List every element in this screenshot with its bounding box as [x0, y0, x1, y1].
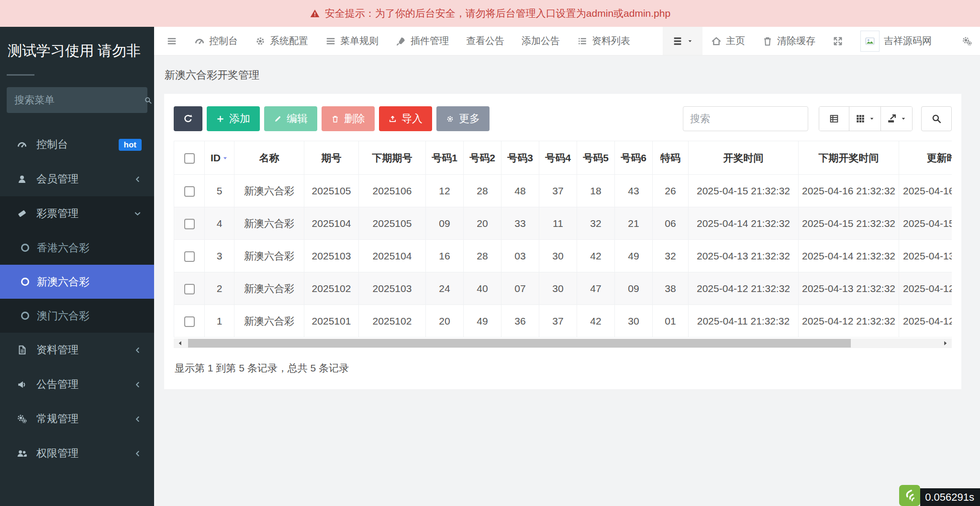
- sidebar-toggle-button[interactable]: [158, 27, 186, 55]
- cell-n6: 43: [615, 175, 653, 207]
- topnav-tab-menu-rule[interactable]: 菜单规则: [317, 27, 387, 55]
- sidebar-subitem-hk-lottery[interactable]: 香港六合彩: [0, 231, 154, 265]
- sidebar-item-material[interactable]: 资料管理: [0, 333, 154, 367]
- gears-icon: [962, 36, 972, 46]
- sidebar-item-lottery[interactable]: 彩票管理: [0, 196, 154, 231]
- row-checkbox[interactable]: [184, 251, 195, 262]
- table-row[interactable]: 1 新澳六合彩 2025101 2025102 20 49 36 37 42 3…: [174, 305, 952, 337]
- topnav-tab-material-list[interactable]: 资料列表: [568, 27, 639, 55]
- row-checkbox[interactable]: [184, 316, 195, 327]
- pencil-icon: [274, 115, 282, 123]
- main-area: 控制台 系统配置 菜单规则 插件管理 查看公告 添加公告 资料列: [154, 27, 980, 506]
- edit-button[interactable]: 编辑: [264, 106, 317, 131]
- refresh-button[interactable]: [174, 106, 202, 131]
- sidebar-search[interactable]: [7, 87, 147, 113]
- table-row[interactable]: 5 新澳六合彩 2025105 2025106 12 28 48 37 18 4…: [174, 175, 952, 207]
- row-checkbox[interactable]: [184, 219, 195, 229]
- column-header-n2[interactable]: 号码2: [464, 141, 501, 175]
- delete-button[interactable]: 删除: [322, 106, 375, 131]
- cell-next-issue: 2025102: [359, 305, 426, 337]
- cell-issue: 2025101: [304, 305, 359, 337]
- column-header-next-issue[interactable]: 下期期号: [359, 141, 426, 175]
- detail-view-button[interactable]: [819, 107, 849, 131]
- column-header-n6[interactable]: 号码6: [615, 141, 653, 175]
- select-all-checkbox[interactable]: [184, 153, 195, 164]
- cell-draw-time: 2025-04-15 21:32:32: [689, 175, 799, 207]
- exec-time-badge: 0.056291s: [920, 488, 980, 506]
- import-button[interactable]: 导入: [379, 106, 432, 131]
- topnav-tab-dashboard[interactable]: 控制台: [186, 27, 246, 55]
- list-icon: [325, 36, 336, 46]
- export-dropdown-button[interactable]: [880, 107, 912, 131]
- dashboard-icon: [13, 139, 31, 150]
- scroll-right-arrow[interactable]: [941, 339, 949, 347]
- stacked-lines-icon: [672, 36, 683, 46]
- brand-title: 测试学习使用 请勿非: [0, 27, 154, 61]
- fullscreen-button[interactable]: [824, 27, 852, 55]
- select-all-cell: [174, 141, 205, 175]
- column-header-id[interactable]: ID: [205, 141, 234, 175]
- sidebar-item-partial[interactable]: 模块管理 new: [0, 499, 154, 506]
- clear-cache-button[interactable]: 清除缓存: [754, 27, 824, 55]
- scroll-left-arrow[interactable]: [177, 339, 184, 347]
- chevron-left-icon: [134, 381, 142, 389]
- table-search-input[interactable]: [683, 106, 808, 131]
- column-header-n1[interactable]: 号码1: [426, 141, 464, 175]
- column-header-draw-time[interactable]: 开奖时间: [689, 141, 799, 175]
- sidebar-item-auth[interactable]: 权限管理: [0, 436, 154, 471]
- sidebar-item-general[interactable]: 常规管理: [0, 402, 154, 436]
- refresh-icon: [183, 113, 193, 124]
- cell-name: 新澳六合彩: [234, 240, 304, 272]
- settings-button[interactable]: [954, 27, 980, 55]
- cell-name: 新澳六合彩: [234, 175, 304, 207]
- caret-down-icon: [687, 38, 693, 44]
- column-header-next-draw-time[interactable]: 下期开奖时间: [799, 141, 899, 175]
- site-link[interactable]: 吉祥源码网: [852, 27, 940, 55]
- scrollbar-thumb[interactable]: [188, 339, 851, 348]
- cell-n6: 49: [615, 240, 653, 272]
- row-checkbox[interactable]: [184, 186, 195, 197]
- sidebar-subitem-xinao-lottery[interactable]: 新澳六合彩: [0, 265, 154, 299]
- columns-dropdown-button[interactable]: [849, 107, 880, 131]
- column-header-n5[interactable]: 号码5: [577, 141, 615, 175]
- tabs-dropdown-button[interactable]: [663, 27, 702, 55]
- column-header-label: ID: [211, 152, 221, 163]
- row-checkbox[interactable]: [184, 284, 195, 294]
- sidebar-item-dashboard[interactable]: 控制台 hot: [0, 127, 154, 162]
- column-header-update-time[interactable]: 更新时间: [899, 141, 952, 175]
- trace-logo-button[interactable]: [899, 485, 920, 506]
- topnav-tab-view-notice[interactable]: 查看公告: [457, 27, 513, 55]
- users-icon: [13, 448, 31, 459]
- search-submit-button[interactable]: [921, 106, 952, 131]
- topnav-tab-label: 插件管理: [411, 34, 449, 47]
- topnav-tab-add-notice[interactable]: 添加公告: [513, 27, 568, 55]
- more-button[interactable]: 更多: [436, 106, 490, 131]
- sidebar-item-notice[interactable]: 公告管理: [0, 367, 154, 402]
- plus-icon: [216, 115, 224, 123]
- sidebar-item-label: 公告管理: [36, 377, 78, 392]
- cell-n4: 11: [539, 207, 577, 240]
- column-header-name[interactable]: 名称: [234, 141, 304, 175]
- column-header-n3[interactable]: 号码3: [501, 141, 539, 175]
- sidebar-subitem-macau-lottery[interactable]: 澳门六合彩: [0, 299, 154, 333]
- add-button[interactable]: 添加: [207, 106, 260, 131]
- topnav-tab-plugin[interactable]: 插件管理: [387, 27, 457, 55]
- cell-n4: 30: [539, 240, 577, 272]
- topnav-tab-config[interactable]: 系统配置: [246, 27, 317, 55]
- cell-special: 26: [653, 175, 689, 207]
- column-header-issue[interactable]: 期号: [304, 141, 359, 175]
- home-link[interactable]: 主页: [702, 27, 754, 55]
- table-row[interactable]: 3 新澳六合彩 2025103 2025104 16 28 03 30 42 4…: [174, 240, 952, 272]
- circle-icon: [21, 278, 29, 286]
- column-header-n4[interactable]: 号码4: [539, 141, 577, 175]
- column-header-special[interactable]: 特码: [653, 141, 689, 175]
- sidebar-item-member[interactable]: 会员管理: [0, 162, 154, 196]
- horizontal-scrollbar[interactable]: [174, 338, 952, 348]
- cell-next-issue: 2025104: [359, 240, 426, 272]
- table-row[interactable]: 2 新澳六合彩 2025102 2025103 24 40 07 30 47 0…: [174, 272, 952, 305]
- more-button-label: 更多: [459, 112, 480, 126]
- sidebar-search-input[interactable]: [14, 94, 144, 106]
- table-row[interactable]: 4 新澳六合彩 2025104 2025105 09 20 33 11 32 2…: [174, 207, 952, 240]
- clear-cache-label: 清除缓存: [777, 34, 815, 47]
- cell-n4: 37: [539, 175, 577, 207]
